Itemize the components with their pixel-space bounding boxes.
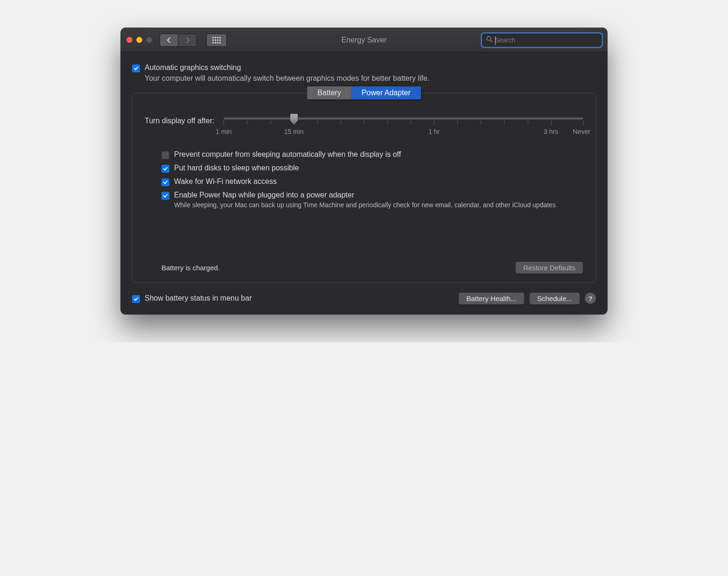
wake-wifi-checkbox[interactable] [161, 178, 169, 186]
search-input[interactable] [495, 36, 597, 44]
battery-health-button[interactable]: Battery Health... [458, 292, 525, 305]
show-battery-label: Show battery status in menu bar [145, 294, 252, 302]
help-button[interactable]: ? [585, 293, 596, 304]
tick-1hr: 1 hr [428, 128, 440, 135]
svg-rect-6 [217, 39, 218, 41]
zoom-window-button [146, 37, 152, 43]
svg-rect-5 [215, 39, 216, 41]
tab-power-adapter[interactable]: Power Adapter [351, 86, 421, 100]
titlebar: Energy Saver [121, 28, 607, 52]
auto-graphics-row: Automatic graphics switching [132, 63, 596, 72]
slider-ticks [224, 120, 583, 125]
battery-status: Battery is charged. [161, 264, 220, 272]
hard-disks-checkbox[interactable] [161, 165, 169, 173]
svg-rect-10 [217, 42, 218, 43]
forward-button [178, 34, 197, 47]
preferences-window: Energy Saver Automatic graphics switchin… [121, 28, 607, 314]
power-options-list: Prevent computer from sleeping automatic… [161, 150, 583, 210]
auto-graphics-label: Automatic graphics switching [145, 63, 241, 72]
power-settings-panel: Battery Power Adapter Turn display off a… [132, 93, 596, 283]
tick-1min: 1 min [216, 128, 231, 135]
tick-3hrs: 3 hrs [544, 128, 558, 135]
search-field[interactable] [482, 34, 602, 47]
power-source-tabs: Battery Power Adapter [307, 86, 421, 100]
search-icon [486, 36, 495, 44]
svg-line-13 [490, 40, 492, 42]
svg-rect-2 [217, 37, 218, 38]
nav-buttons [160, 34, 197, 47]
hard-disks-row: Put hard disks to sleep when possible [161, 164, 583, 173]
power-nap-description: While sleeping, your Mac can back up usi… [174, 201, 583, 210]
text-cursor [495, 36, 496, 45]
back-button[interactable] [160, 34, 178, 47]
prevent-sleep-row: Prevent computer from sleeping automatic… [161, 150, 583, 159]
tick-15min: 15 min [284, 128, 304, 135]
window-controls [126, 37, 152, 43]
minimize-window-button[interactable] [136, 37, 142, 43]
help-icon: ? [588, 295, 592, 302]
svg-rect-4 [212, 39, 214, 41]
prevent-sleep-label: Prevent computer from sleeping automatic… [174, 150, 401, 159]
close-window-button[interactable] [126, 37, 133, 43]
show-all-button[interactable] [206, 34, 227, 47]
display-sleep-slider-row: Turn display off after: [145, 116, 583, 136]
display-sleep-label: Turn display off after: [145, 117, 214, 125]
slider-track [224, 117, 583, 119]
window-footer: Show battery status in menu bar Battery … [132, 292, 596, 305]
svg-rect-3 [219, 37, 221, 38]
show-battery-checkbox[interactable] [132, 295, 140, 303]
power-nap-row: Enable Power Nap while plugged into a po… [161, 191, 583, 200]
panel-footer: Battery is charged. Restore Defaults [161, 261, 583, 274]
auto-graphics-description: Your computer will automatically switch … [145, 74, 596, 83]
tab-battery[interactable]: Battery [307, 86, 351, 100]
wake-wifi-label: Wake for Wi-Fi network access [174, 177, 277, 186]
restore-defaults-button[interactable]: Restore Defaults [515, 261, 583, 274]
svg-rect-8 [212, 42, 214, 43]
power-nap-label: Enable Power Nap while plugged into a po… [174, 191, 354, 199]
wake-wifi-row: Wake for Wi-Fi network access [161, 177, 583, 186]
svg-rect-0 [212, 37, 214, 38]
svg-rect-7 [219, 39, 221, 41]
slider-tick-labels: 1 min 15 min 1 hr 3 hrs Never [224, 128, 583, 136]
schedule-button[interactable]: Schedule... [529, 292, 580, 305]
svg-rect-1 [215, 37, 216, 38]
power-nap-checkbox[interactable] [161, 192, 169, 200]
svg-rect-11 [219, 42, 221, 43]
tick-never: Never [573, 128, 590, 135]
auto-graphics-checkbox[interactable] [132, 64, 140, 72]
svg-rect-9 [215, 42, 216, 43]
content-area: Automatic graphics switching Your comput… [121, 52, 607, 314]
hard-disks-label: Put hard disks to sleep when possible [174, 164, 299, 172]
display-sleep-slider[interactable]: 1 min 15 min 1 hr 3 hrs Never [224, 116, 583, 136]
prevent-sleep-checkbox[interactable] [161, 151, 169, 159]
svg-point-12 [487, 36, 490, 40]
